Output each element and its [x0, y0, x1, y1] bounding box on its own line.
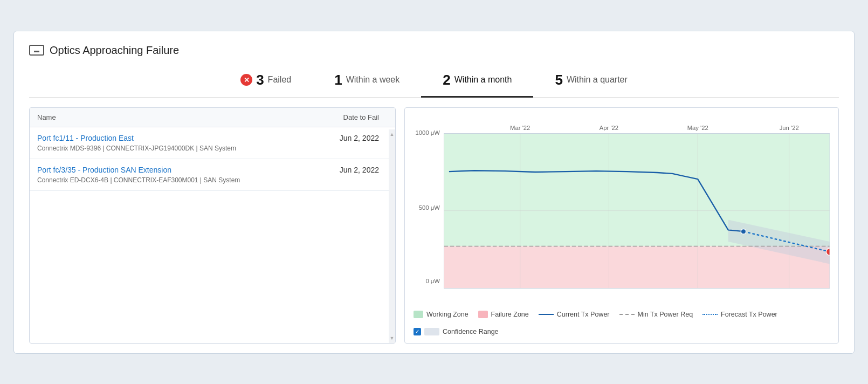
error-icon: ✕ — [240, 74, 252, 86]
svg-text:Jun '22: Jun '22 — [780, 124, 799, 131]
col-date-header: Date to Fail — [343, 113, 379, 121]
svg-point-19 — [741, 229, 746, 234]
min-tx-label: Min Tx Power Req — [638, 311, 693, 318]
current-tx-label: Current Tx Power — [557, 311, 610, 318]
failure-zone-icon — [478, 311, 488, 318]
tab-quarter-count: 5 — [555, 72, 562, 88]
svg-text:Mar '22: Mar '22 — [510, 124, 530, 131]
chart-legend: Working Zone Failure Zone Current Tx Pow… — [414, 305, 830, 335]
svg-text:1000 μW: 1000 μW — [416, 129, 440, 136]
working-zone-icon — [414, 311, 423, 318]
working-zone-label: Working Zone — [426, 311, 469, 318]
current-tx-icon — [539, 314, 554, 315]
row-top: Port fc1/11 - Production East Jun 2, 202… — [37, 134, 388, 142]
min-tx-icon — [619, 314, 635, 315]
scroll-down-button[interactable]: ▼ — [389, 333, 395, 343]
tab-within-quarter[interactable]: 5 Within a quarter — [533, 66, 649, 98]
table-row: Port fc1/11 - Production East Jun 2, 202… — [30, 127, 395, 159]
legend-failure-zone: Failure Zone — [478, 311, 529, 318]
row-date: Jun 2, 2022 — [340, 166, 379, 174]
tab-within-week[interactable]: 1 Within a week — [313, 66, 421, 98]
forecast-tx-label: Forecast Tx Power — [721, 311, 777, 318]
tab-quarter-label: Within a quarter — [567, 75, 628, 85]
tab-failed[interactable]: ✕ 3 Failed — [219, 66, 313, 98]
tab-failed-label: Failed — [268, 75, 292, 85]
svg-point-20 — [826, 248, 830, 255]
svg-text:May '22: May '22 — [687, 124, 708, 131]
tab-within-month[interactable]: 2 Within a month — [421, 66, 533, 98]
chart-container: 1000 μW 500 μW 0 μW Mar '22 Apr '22 May … — [414, 115, 830, 299]
row-description: Connectrix MDS-9396 | CONNECTRIX-JPG1940… — [37, 145, 388, 152]
confidence-range-icon — [424, 328, 439, 335]
tab-week-count: 1 — [334, 72, 342, 88]
legend-min-tx: Min Tx Power Req — [619, 311, 693, 318]
svg-text:500 μW: 500 μW — [419, 204, 440, 210]
chart-panel: 1000 μW 500 μW 0 μW Mar '22 Apr '22 May … — [404, 107, 839, 344]
svg-text:0 μW: 0 μW — [425, 278, 440, 284]
row-date: Jun 2, 2022 — [340, 134, 379, 142]
forecast-tx-icon — [702, 314, 718, 315]
legend-forecast-tx: Forecast Tx Power — [702, 311, 777, 318]
empty-space — [30, 191, 395, 277]
title-text: Optics Approaching Failure — [50, 44, 179, 57]
tab-failed-count: 3 — [256, 72, 264, 88]
image-icon: ▬ — [29, 45, 44, 56]
row-port-name[interactable]: Port fc/3/35 - Production SAN Extension — [37, 166, 171, 174]
col-name-header: Name — [37, 113, 56, 121]
legend-working-zone: Working Zone — [414, 311, 469, 318]
table-panel: Name Date to Fail Port fc1/11 - Producti… — [29, 107, 396, 344]
table-row: Port fc/3/35 - Production SAN Extension … — [30, 159, 395, 191]
scrollbar[interactable]: ▲ ▼ — [389, 129, 395, 343]
row-port-name[interactable]: Port fc1/11 - Production East — [37, 134, 134, 142]
row-top: Port fc/3/35 - Production SAN Extension … — [37, 166, 388, 174]
main-card: ▬ Optics Approaching Failure ✕ 3 Failed … — [13, 31, 855, 354]
confidence-range-label: Confidence Range — [443, 328, 499, 335]
scroll-up-button[interactable]: ▲ — [389, 129, 395, 139]
legend-current-tx: Current Tx Power — [539, 311, 610, 318]
tabs-bar: ✕ 3 Failed 1 Within a week 2 Within a mo… — [29, 66, 839, 98]
svg-text:Apr '22: Apr '22 — [600, 124, 618, 131]
svg-rect-8 — [444, 246, 830, 288]
chart-svg: 1000 μW 500 μW 0 μW Mar '22 Apr '22 May … — [414, 115, 830, 299]
tab-month-count: 2 — [443, 72, 450, 88]
tab-month-label: Within a month — [454, 75, 512, 85]
confidence-checkbox[interactable]: ✓ — [414, 328, 421, 335]
table-body: Port fc1/11 - Production East Jun 2, 202… — [30, 127, 395, 343]
failure-zone-label: Failure Zone — [491, 311, 529, 318]
legend-confidence-range: ✓ Confidence Range — [414, 328, 499, 335]
row-description: Connectrix ED-DCX6-4B | CONNECTRIX-EAF30… — [37, 176, 388, 184]
table-header: Name Date to Fail — [30, 108, 395, 127]
tab-week-label: Within a week — [346, 75, 400, 85]
content-area: Name Date to Fail Port fc1/11 - Producti… — [29, 107, 839, 344]
card-title: ▬ Optics Approaching Failure — [29, 44, 839, 57]
